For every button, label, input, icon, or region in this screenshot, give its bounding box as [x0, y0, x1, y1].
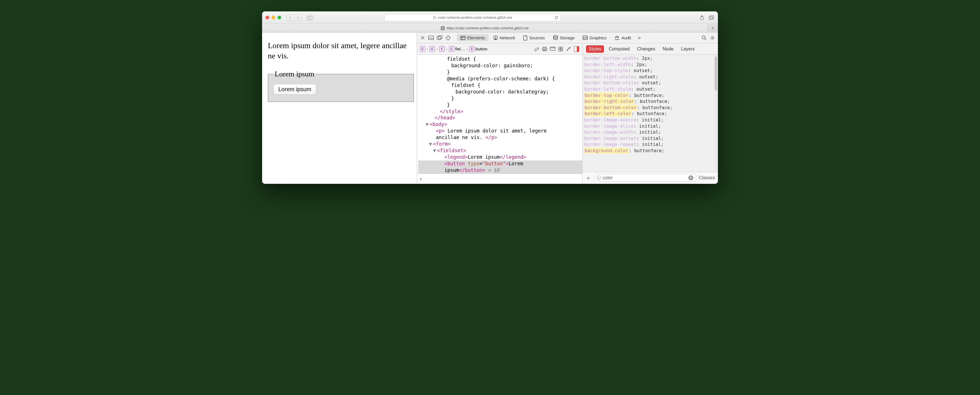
- page-fieldset: Lorem ipsum Lorem ipsum: [268, 70, 414, 102]
- crumb-badge[interactable]: E: [469, 46, 475, 52]
- source-line[interactable]: fieldset {: [418, 82, 582, 89]
- tabs-button[interactable]: [709, 15, 714, 20]
- source-line[interactable]: </head>: [418, 115, 582, 121]
- tab-computed[interactable]: Computed: [606, 45, 632, 53]
- source-line[interactable]: fieldset {: [418, 56, 582, 62]
- source-line[interactable]: background-color: darkslategray;: [418, 89, 582, 95]
- styles-properties-list[interactable]: border-bottom-width: 2px;border-left-wid…: [582, 55, 718, 172]
- forward-button[interactable]: [294, 14, 301, 21]
- style-property-row[interactable]: border-left-width: 2px;: [584, 62, 716, 68]
- source-line[interactable]: }: [418, 102, 582, 108]
- reload-button[interactable]: [554, 16, 558, 20]
- crumb-fieldset[interactable]: fiel…: [455, 46, 465, 51]
- source-line[interactable]: <legend>Lorem ipsum</legend>: [418, 154, 582, 161]
- style-property-row[interactable]: border-top-color: buttonface;: [584, 92, 716, 99]
- svg-rect-4: [709, 16, 713, 19]
- source-line[interactable]: }: [418, 69, 582, 75]
- close-window-button[interactable]: [266, 16, 269, 19]
- page-paragraph: Lorem ipsum dolor sit amet, legere ancil…: [268, 40, 414, 61]
- nav-arrows: [286, 14, 302, 21]
- source-line[interactable]: @media (prefers-color-scheme: dark) {: [418, 75, 582, 82]
- style-property-row[interactable]: border-right-style: outset;: [584, 74, 716, 80]
- page-form: Lorem ipsum Lorem ipsum: [268, 70, 414, 102]
- style-property-row[interactable]: border-left-style: outset;: [584, 86, 716, 92]
- crumb-badge[interactable]: E: [449, 46, 454, 52]
- devtools-settings-button[interactable]: [709, 34, 716, 41]
- style-property-row[interactable]: border-image-outset: initial;: [584, 135, 716, 142]
- tab-graphics-label: Graphics: [589, 35, 606, 40]
- style-property-row[interactable]: background-color: buttonface;: [584, 148, 716, 154]
- tab-audit-label: Audit: [621, 35, 631, 40]
- page-button[interactable]: Lorem ipsum: [274, 84, 316, 95]
- tab-audit[interactable]: Audit: [611, 34, 635, 41]
- url-field[interactable]: color-scheme-prefers-color-scheme.glitch…: [384, 14, 561, 21]
- svg-rect-5: [710, 16, 714, 19]
- device-icon[interactable]: [549, 45, 557, 53]
- tab-changes[interactable]: Changes: [634, 45, 658, 53]
- style-property-row[interactable]: border-bottom-width: 2px;: [584, 55, 716, 62]
- elements-column: E› E› E› E fiel…› E button: [417, 43, 582, 184]
- svg-rect-31: [561, 47, 563, 49]
- classes-button[interactable]: Classes: [699, 175, 715, 180]
- share-button[interactable]: [699, 15, 705, 20]
- source-line[interactable]: ▼<body>: [418, 121, 582, 128]
- zoom-window-button[interactable]: [277, 16, 281, 19]
- styles-column: Styles Computed Changes Node Layers bord…: [582, 43, 718, 184]
- dock-bottom-button[interactable]: [427, 34, 435, 41]
- devtools-search-button[interactable]: [700, 34, 708, 41]
- source-line[interactable]: ▼<form>: [418, 141, 582, 147]
- crumb-badge[interactable]: E: [439, 46, 445, 52]
- source-line[interactable]: </style>: [418, 108, 582, 115]
- style-property-row[interactable]: border-bottom-color: buttonface;: [584, 105, 716, 111]
- more-tabs-button[interactable]: »: [636, 34, 643, 41]
- source-line[interactable]: }: [418, 95, 582, 102]
- dock-detach-button[interactable]: [436, 34, 443, 41]
- tab-graphics[interactable]: Graphics: [579, 34, 610, 41]
- styles-filter-input[interactable]: ≡ color ✕: [594, 174, 696, 182]
- tab-node[interactable]: Node: [660, 45, 676, 53]
- add-rule-button[interactable]: ＋: [585, 174, 591, 182]
- sidebar-toggle-button[interactable]: [306, 14, 313, 21]
- style-property-row[interactable]: border-image-repeat: initial;: [584, 141, 716, 148]
- inspect-element-button[interactable]: [444, 34, 452, 41]
- style-property-row[interactable]: border-top-style: outset;: [584, 67, 716, 74]
- style-property-row[interactable]: border-image-source: initial;: [584, 117, 716, 123]
- svg-rect-0: [308, 16, 312, 19]
- grid-icon[interactable]: [557, 45, 565, 53]
- browser-tab[interactable]: C https://color-scheme-prefers-color-sch…: [262, 24, 708, 32]
- crumb-button[interactable]: button: [476, 46, 487, 51]
- ruler-icon[interactable]: [533, 45, 541, 53]
- devtools-tabstrip: Elements Network Sources Storage Graphic…: [417, 32, 718, 43]
- source-line[interactable]: ipsum</button> = $0: [418, 167, 582, 174]
- source-line[interactable]: <p> Lorem ipsum dolor sit amet, legere: [418, 128, 582, 134]
- style-property-row[interactable]: border-bottom-style: outset;: [584, 80, 716, 86]
- style-property-row[interactable]: border-image-slice: initial;: [584, 123, 716, 129]
- source-line[interactable]: <button type="button">Lorem: [418, 161, 582, 167]
- paintbrush-icon[interactable]: [565, 45, 573, 53]
- tab-styles[interactable]: Styles: [586, 45, 604, 53]
- console-drawer[interactable]: ›: [417, 174, 582, 184]
- source-line[interactable]: ▼<fieldset>: [418, 147, 582, 154]
- tab-layers[interactable]: Layers: [678, 45, 698, 53]
- style-property-row[interactable]: border-left-color: buttonface;: [584, 111, 716, 117]
- tab-storage[interactable]: Storage: [550, 34, 578, 41]
- minimize-window-button[interactable]: [272, 16, 275, 19]
- tab-elements[interactable]: Elements: [457, 34, 488, 41]
- print-icon[interactable]: [541, 45, 549, 53]
- dom-source-view[interactable]: fieldset {background-color: gainsboro;}@…: [417, 55, 582, 174]
- tab-sources[interactable]: Sources: [520, 34, 549, 41]
- crumb-badge[interactable]: E: [420, 46, 425, 52]
- crumb-badge[interactable]: E: [430, 46, 435, 52]
- browser-window: color-scheme-prefers-color-scheme.glitch…: [262, 11, 718, 184]
- tab-network[interactable]: Network: [490, 34, 519, 41]
- source-line[interactable]: ancillae ne vis. </p>: [418, 134, 582, 141]
- back-button[interactable]: [286, 14, 294, 21]
- source-line[interactable]: background-color: gainsboro;: [418, 62, 582, 69]
- style-property-row[interactable]: border-right-color: buttonface;: [584, 98, 716, 105]
- close-devtools-button[interactable]: [419, 34, 426, 41]
- new-tab-button[interactable]: +: [708, 24, 718, 32]
- style-property-row[interactable]: border-image-width: initial;: [584, 129, 716, 135]
- clear-filter-button[interactable]: ✕: [688, 175, 694, 180]
- scrollbar-thumb[interactable]: [715, 56, 717, 91]
- panel-toggle-icon[interactable]: [573, 45, 581, 53]
